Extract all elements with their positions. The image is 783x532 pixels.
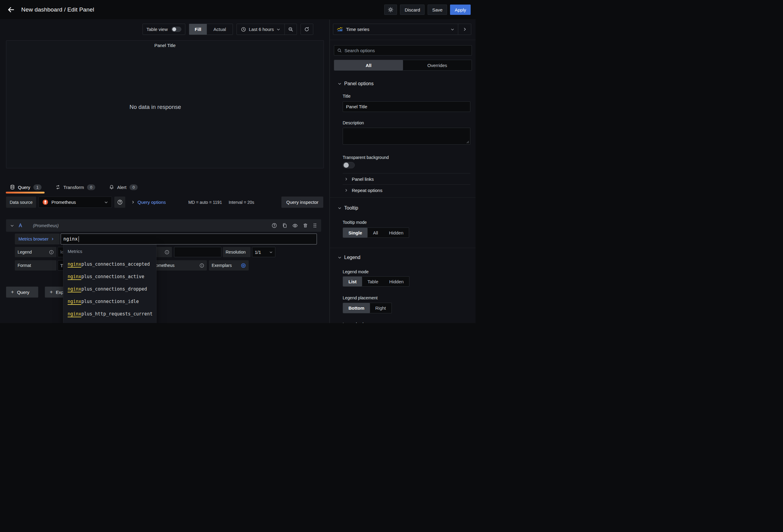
metrics-query-row: Metrics browser nginx bbox=[0, 233, 330, 245]
toggle-knob bbox=[172, 27, 176, 31]
description-field-label: Description bbox=[343, 121, 470, 125]
clock-icon bbox=[241, 27, 246, 32]
legend-placement-label: Legend placement bbox=[343, 296, 470, 300]
options-sidebar: Time series Search options All Over bbox=[330, 20, 475, 323]
eye-icon[interactable] bbox=[292, 223, 298, 228]
options-search-input[interactable]: Search options bbox=[334, 45, 472, 56]
resolution-value: 1/1 bbox=[255, 250, 261, 255]
time-range-control: Last 6 hours bbox=[237, 24, 297, 35]
panel-options-content: Title Panel Title Description Transparen… bbox=[343, 94, 470, 196]
metrics-typeahead-dropdown: Metrics nginxplus_connections_accepted n… bbox=[63, 245, 156, 323]
collapse-options-button[interactable] bbox=[458, 24, 471, 35]
discard-button[interactable]: Discard bbox=[400, 5, 425, 15]
main-area: Table view Fill Actual Last 6 hours bbox=[0, 20, 330, 323]
metric-suggestion[interactable]: nginxplus_http_requests_current bbox=[63, 308, 156, 320]
repeat-options-row[interactable]: Repeat options bbox=[343, 185, 470, 196]
title-field-label: Title bbox=[343, 94, 470, 98]
legend-mode-list[interactable]: List bbox=[343, 277, 362, 286]
legend-placement-control: Bottom Right bbox=[343, 303, 392, 313]
add-query-button[interactable]: + Query bbox=[6, 287, 38, 298]
query-options-toggle[interactable]: Query options bbox=[131, 196, 165, 208]
tab-alert[interactable]: Alert 0 bbox=[109, 184, 138, 190]
tooltip-header[interactable]: Tooltip bbox=[338, 205, 472, 211]
filter-tab-all[interactable]: All bbox=[334, 60, 403, 70]
tooltip-mode-all[interactable]: All bbox=[368, 228, 384, 238]
legend-content: Legend mode List Table Hidden Legend pla… bbox=[343, 270, 470, 323]
resize-handle-icon[interactable] bbox=[466, 141, 469, 144]
panel-links-row[interactable]: Panel links bbox=[343, 174, 470, 184]
metrics-browser-button[interactable]: Metrics browser bbox=[15, 233, 60, 245]
visualization-select[interactable]: Time series bbox=[333, 24, 458, 35]
metrics-browser-label: Metrics browser bbox=[19, 237, 49, 242]
filter-tab-overrides[interactable]: Overrides bbox=[403, 60, 472, 70]
transparent-bg-toggle[interactable] bbox=[343, 162, 355, 168]
chevron-down-icon bbox=[451, 28, 454, 31]
datasource-help-button[interactable] bbox=[114, 196, 125, 208]
metric-suggestion[interactable]: nginxplus_connections_dropped bbox=[63, 283, 156, 295]
tooltip-mode-hidden[interactable]: Hidden bbox=[384, 228, 409, 238]
header: New dashboard / Edit Panel Discard Save … bbox=[0, 0, 475, 20]
time-range-picker[interactable]: Last 6 hours bbox=[237, 24, 284, 35]
back-button[interactable] bbox=[5, 4, 17, 16]
info-circle-icon[interactable] bbox=[165, 250, 169, 254]
actual-option[interactable]: Actual bbox=[207, 24, 233, 35]
chevron-down-icon bbox=[338, 206, 341, 210]
drag-handle-icon[interactable] bbox=[313, 223, 317, 228]
suggestion-rest: plus_http_requests_current bbox=[81, 311, 153, 317]
page-title: New dashboard / Edit Panel bbox=[21, 6, 94, 13]
chevron-down-icon[interactable] bbox=[10, 224, 14, 227]
suggestion-rest: plus_connections_dropped bbox=[81, 286, 147, 292]
panel-settings-button[interactable] bbox=[384, 5, 397, 15]
section-divider bbox=[330, 197, 475, 198]
info-circle-icon[interactable] bbox=[49, 250, 54, 254]
tab-transform[interactable]: Transform 0 bbox=[56, 184, 95, 190]
tab-query[interactable]: Query 1 bbox=[10, 184, 41, 190]
datasource-picker[interactable]: Prometheus bbox=[38, 196, 112, 208]
trash-icon[interactable] bbox=[303, 223, 308, 228]
tooltip-mode-control: Single All Hidden bbox=[343, 227, 409, 238]
metric-suggestion[interactable]: nginxplus_connections_accepted bbox=[63, 258, 156, 271]
database-icon bbox=[10, 185, 15, 190]
add-query-label: Query bbox=[17, 290, 29, 295]
resolution-select[interactable]: 1/1 bbox=[252, 247, 275, 257]
suggestion-rest: plus_connections_active bbox=[81, 274, 144, 279]
plus-icon: + bbox=[50, 289, 53, 295]
transparent-bg-label: Transparent background bbox=[343, 155, 470, 160]
legend-placement-bottom[interactable]: Bottom bbox=[343, 303, 370, 313]
save-button[interactable]: Save bbox=[428, 5, 447, 15]
query-ref-id: A bbox=[19, 223, 22, 228]
search-icon bbox=[337, 48, 342, 53]
info-circle-icon[interactable] bbox=[199, 263, 204, 268]
apply-button[interactable]: Apply bbox=[450, 5, 471, 15]
legend-placement-right[interactable]: Right bbox=[370, 303, 392, 313]
refresh-button[interactable] bbox=[301, 24, 313, 35]
legend-mode-hidden[interactable]: Hidden bbox=[384, 277, 409, 286]
exemplars-toggle-icon[interactable] bbox=[241, 263, 246, 268]
min-step-input[interactable] bbox=[174, 247, 221, 257]
metric-query-input[interactable]: nginx bbox=[61, 233, 317, 245]
panel-title-input[interactable]: Panel Title bbox=[343, 101, 470, 112]
legend-header[interactable]: Legend bbox=[338, 254, 472, 260]
zoom-out-time-button[interactable] bbox=[284, 24, 296, 35]
tooltip-mode-single[interactable]: Single bbox=[343, 228, 368, 238]
question-circle-icon bbox=[117, 199, 123, 205]
metric-suggestion[interactable]: nginxplus_connections_idle bbox=[63, 295, 156, 308]
help-icon[interactable] bbox=[272, 223, 277, 228]
duplicate-icon[interactable] bbox=[282, 223, 287, 228]
tab-query-count: 1 bbox=[33, 184, 41, 190]
query-row-header[interactable]: A (Prometheus) bbox=[6, 219, 321, 232]
fill-option[interactable]: Fill bbox=[189, 24, 207, 35]
table-view-toggle[interactable] bbox=[171, 27, 181, 32]
query-inspector-button[interactable]: Query inspector bbox=[281, 196, 323, 208]
panel-description-textarea[interactable] bbox=[343, 128, 470, 145]
format-field-label: Format bbox=[15, 260, 56, 271]
legend-title: Legend bbox=[344, 255, 360, 260]
match-highlight: nginx bbox=[68, 299, 81, 305]
panel-options-header[interactable]: Panel options bbox=[338, 81, 472, 87]
metric-suggestion[interactable]: nginxplus_connections_active bbox=[63, 271, 156, 283]
tooltip-title: Tooltip bbox=[344, 205, 358, 211]
repeat-options-label: Repeat options bbox=[352, 188, 382, 193]
panel-title-value: Panel Title bbox=[346, 104, 367, 109]
panel-links-label: Panel links bbox=[352, 177, 374, 182]
legend-mode-table[interactable]: Table bbox=[362, 277, 384, 286]
